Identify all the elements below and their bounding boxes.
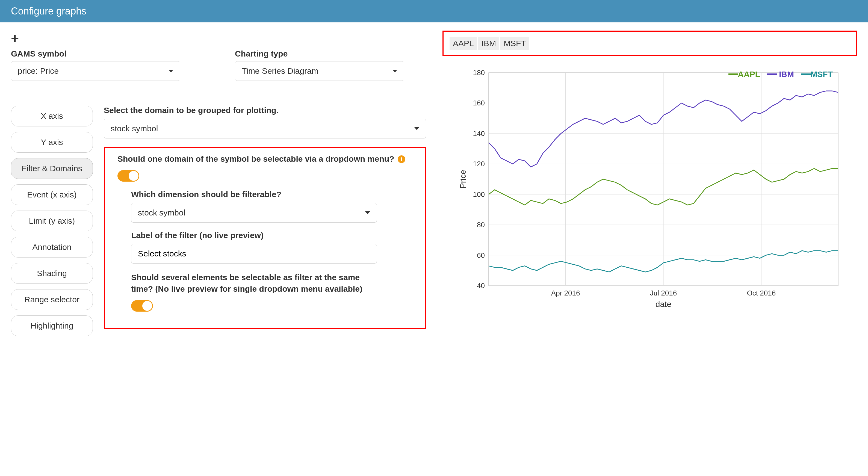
time-series-chart[interactable]: 406080100120140160180Apr 2016Jul 2016Oct…	[442, 64, 857, 310]
caret-down-icon	[365, 211, 370, 214]
tab-shading[interactable]: Shading	[11, 263, 93, 284]
dim-filter-value: stock symbol	[138, 208, 185, 217]
tab-event-x-axis-[interactable]: Event (x axis)	[11, 184, 93, 205]
dim-filter-label: Which dimension should be filterable?	[131, 190, 412, 199]
tab-filter-domains[interactable]: Filter & Domains	[11, 158, 93, 179]
svg-text:date: date	[655, 299, 671, 309]
dropdown-enable-toggle[interactable]	[118, 170, 139, 182]
domain-group-select[interactable]: stock symbol	[104, 119, 426, 138]
caret-down-icon	[414, 127, 419, 130]
svg-text:Price: Price	[458, 170, 467, 188]
stock-pill-aapl[interactable]: AAPL	[450, 37, 477, 50]
gams-symbol-label: GAMS symbol	[11, 49, 180, 58]
svg-text:40: 40	[477, 282, 485, 290]
toggle-knob	[129, 171, 138, 181]
svg-text:Jul 2016: Jul 2016	[650, 289, 677, 297]
svg-text:60: 60	[477, 251, 485, 259]
domain-group-label: Select the domain to be grouped for plot…	[104, 106, 426, 115]
svg-text:MSFT: MSFT	[810, 70, 833, 78]
gams-symbol-value: price: Price	[18, 66, 59, 76]
tab-highlighting[interactable]: Highlighting	[11, 315, 93, 336]
svg-text:160: 160	[473, 99, 485, 107]
charting-type-label: Charting type	[235, 49, 404, 58]
dropdown-question: Should one domain of the symbol be selec…	[118, 153, 412, 165]
stock-pill-ibm[interactable]: IBM	[478, 37, 499, 50]
filter-label-input[interactable]	[131, 244, 377, 263]
svg-text:140: 140	[473, 129, 485, 138]
svg-text:Oct 2016: Oct 2016	[747, 289, 776, 297]
tab-x-axis[interactable]: X axis	[11, 106, 93, 126]
tab-y-axis[interactable]: Y axis	[11, 132, 93, 153]
page-header: Configure graphs	[0, 0, 868, 22]
stock-pill-msft[interactable]: MSFT	[500, 37, 529, 50]
info-icon[interactable]: i	[398, 155, 405, 163]
gams-symbol-select[interactable]: price: Price	[11, 61, 180, 81]
tab-annotation[interactable]: Annotation	[11, 237, 93, 257]
svg-text:Apr 2016: Apr 2016	[551, 289, 580, 297]
plus-icon: +	[11, 31, 19, 46]
dim-filter-select[interactable]: stock symbol	[131, 203, 377, 223]
add-button[interactable]: +	[11, 31, 426, 46]
svg-text:IBM: IBM	[779, 70, 794, 78]
tab-range-selector[interactable]: Range selector	[11, 289, 93, 310]
toggle-knob	[142, 301, 152, 311]
domain-group-value: stock symbol	[111, 124, 158, 133]
caret-down-icon	[393, 70, 397, 72]
svg-text:120: 120	[473, 160, 485, 168]
svg-text:80: 80	[477, 221, 485, 229]
multi-select-toggle[interactable]	[131, 300, 153, 312]
tab-column: X axisY axisFilter & DomainsEvent (x axi…	[11, 106, 93, 342]
svg-text:100: 100	[473, 190, 485, 198]
highlight-box-stock-filter: AAPLIBMMSFT	[442, 31, 857, 56]
multi-select-question: Should several elements be selectable as…	[131, 272, 377, 295]
caret-down-icon	[168, 70, 174, 72]
charting-type-select[interactable]: Time Series Diagram	[235, 61, 404, 81]
highlight-box-dropdown-config: Should one domain of the symbol be selec…	[104, 147, 426, 329]
svg-text:AAPL: AAPL	[738, 70, 760, 78]
chart-legend: MSFTIBMAAPL	[728, 70, 833, 78]
charting-type-value: Time Series Diagram	[242, 66, 318, 76]
page-title: Configure graphs	[11, 5, 86, 17]
svg-text:180: 180	[473, 68, 485, 77]
divider	[11, 92, 426, 92]
filter-label-label: Label of the filter (no live preview)	[131, 231, 412, 240]
chart-container: 406080100120140160180Apr 2016Jul 2016Oct…	[442, 64, 857, 310]
tab-limit-y-axis-[interactable]: Limit (y axis)	[11, 211, 93, 231]
